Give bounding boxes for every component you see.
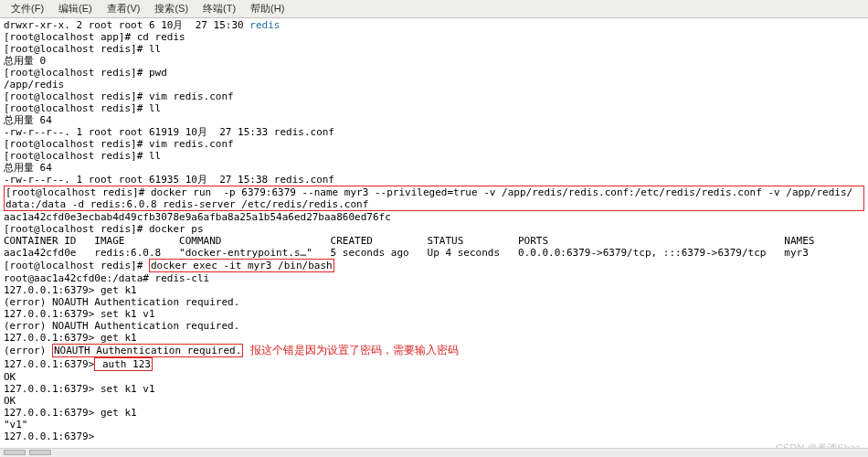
output-line: [root@localhost redis]# pwd	[4, 67, 864, 79]
output-line: OK	[4, 371, 864, 383]
highlight-box-docker-run: [root@localhost redis]# docker run -p 63…	[4, 186, 864, 211]
output-line: -rw-r--r--. 1 root root 61935 10月 27 15:…	[4, 174, 864, 186]
menu-search[interactable]: 搜索(S)	[147, 0, 196, 17]
output-line: OK	[4, 395, 864, 407]
output-line: 127.0.0.1:6379> get k1	[4, 332, 864, 344]
output-line: CONTAINER ID IMAGE COMMAND CREATED STATU…	[4, 235, 864, 247]
menu-help[interactable]: 帮助(H)	[243, 0, 291, 17]
output-line: drwxr-xr-x. 2 root root 6 10月 27 15:30 r…	[4, 19, 864, 31]
output-line: 127.0.0.1:6379> get k1	[4, 407, 864, 419]
menu-terminal[interactable]: 终端(T)	[196, 0, 243, 17]
output-line: "v1"	[4, 419, 864, 430]
output-line: (error) NOAUTH Authentication required.	[4, 320, 864, 332]
output-line: root@aac1a42cfd0e:/data# redis-cli	[4, 272, 864, 284]
statusbar	[0, 448, 868, 457]
output-line: 总用量 0	[4, 55, 864, 67]
output-line: data:/data -d redis:6.0.8 redis-server /…	[5, 198, 863, 210]
terminal-pane[interactable]: drwxr-xr-x. 2 root root 6 10月 27 15:30 r…	[0, 18, 868, 448]
output-line: (error) NOAUTH Authentication required.报…	[4, 344, 864, 357]
output-line: [root@localhost redis]# docker exec -it …	[4, 259, 864, 272]
menu-file[interactable]: 文件(F)	[4, 0, 51, 17]
output-line: 127.0.0.1:6379> set k1 v1	[4, 383, 864, 395]
highlight-box-noauth-error: NOAUTH Authentication required.	[52, 344, 243, 357]
output-line: 127.0.0.1:6379>	[4, 430, 864, 442]
output-line: [root@localhost redis]# docker run -p 63…	[5, 186, 863, 198]
menu-view[interactable]: 查看(V)	[100, 0, 148, 17]
output-line: aac1a42cfd0e3ecbab4d49cfb3078e9a6afba8a2…	[4, 211, 864, 223]
highlight-box-docker-exec: docker exec -it myr3 /bin/bash	[149, 259, 334, 272]
output-line: [root@localhost redis]# vim redis.conf	[4, 90, 864, 102]
output-line: (error) NOAUTH Authentication required.	[4, 296, 864, 308]
output-line: [root@localhost redis]# ll	[4, 150, 864, 162]
status-chunk	[4, 450, 26, 455]
output-line: 总用量 64	[4, 162, 864, 174]
annotation-text: 报这个错是因为设置了密码，需要输入密码	[250, 344, 459, 356]
output-line: [root@localhost redis]# ll	[4, 43, 864, 55]
output-line: [root@localhost app]# cd redis	[4, 31, 864, 43]
output-line: [root@localhost redis]# vim redis.conf	[4, 138, 864, 150]
dir-link: redis	[249, 19, 280, 31]
output-line: 127.0.0.1:6379> set k1 v1	[4, 308, 864, 320]
status-chunk	[29, 450, 51, 455]
menubar: 文件(F) 编辑(E) 查看(V) 搜索(S) 终端(T) 帮助(H)	[0, 0, 868, 18]
output-line: -rw-r--r--. 1 root root 61919 10月 27 15:…	[4, 126, 864, 138]
menu-edit[interactable]: 编辑(E)	[51, 0, 100, 17]
output-line: [root@localhost redis]# docker ps	[4, 223, 864, 235]
output-line: 总用量 64	[4, 114, 864, 126]
output-line: [root@localhost redis]# ll	[4, 102, 864, 114]
output-line: 127.0.0.1:6379> get k1	[4, 284, 864, 296]
output-line: aac1a42cfd0e redis:6.0.8 "docker-entrypo…	[4, 247, 864, 259]
output-line: /app/redis	[4, 79, 864, 90]
highlight-box-auth-cmd: auth 123	[94, 357, 153, 371]
output-line: 127.0.0.1:6379> auth 123	[4, 357, 864, 371]
